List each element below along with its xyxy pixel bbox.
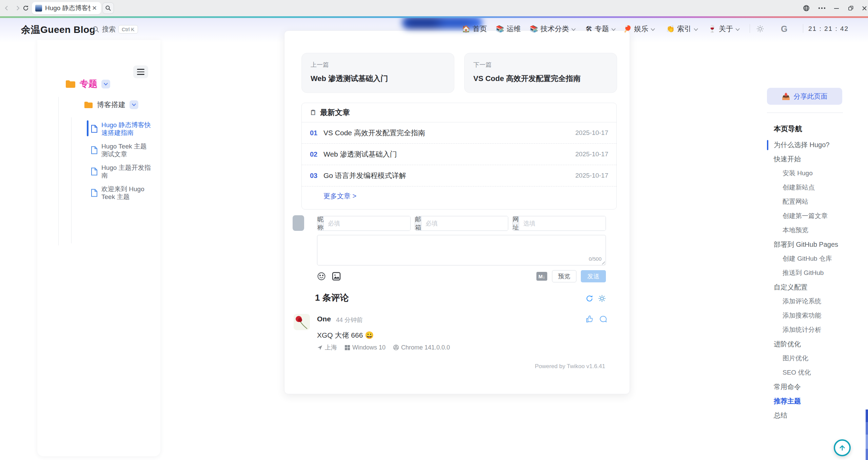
window-restore-button[interactable]: [845, 3, 856, 13]
row-title: Web 渗透测试基础入门: [323, 149, 575, 159]
nav-item-index[interactable]: 👏 索引: [666, 24, 698, 34]
emoji-picker-button[interactable]: [317, 272, 326, 281]
latest-article-row[interactable]: 01 VS Code 高效开发配置完全指南 2025-10-17: [302, 122, 616, 144]
nickname-input[interactable]: [324, 216, 411, 231]
tab-close-icon[interactable]: ✕: [92, 5, 97, 11]
like-comment-icon[interactable]: [586, 315, 594, 323]
sidebar-item-article[interactable]: 欢迎来到 Hugo Teek 主题: [91, 182, 155, 203]
toc-item[interactable]: 图片优化: [774, 351, 859, 365]
back-to-top-button[interactable]: [834, 439, 851, 456]
toc-item[interactable]: 创建新站点: [774, 180, 859, 195]
comment-tools: [586, 295, 606, 302]
toc-item[interactable]: 创建第一篇文章: [774, 209, 859, 223]
row-date: 2025-10-17: [575, 172, 608, 179]
clap-icon: 👏: [666, 25, 675, 32]
toc-item[interactable]: SEO 优化: [774, 365, 859, 380]
sidebar-item-article[interactable]: Hugo 主题开发指南: [91, 161, 155, 182]
pingpong-icon: 🏓: [623, 25, 632, 32]
sidebar-article-list: Hugo 静态博客快速搭建指南 Hugo Teek 主题测试文章 Hugo 主题…: [91, 118, 155, 203]
search-trigger[interactable]: 搜索 Ctrl K: [92, 25, 138, 34]
refresh-comments-icon[interactable]: [586, 295, 593, 302]
browser-globe-icon[interactable]: [801, 3, 812, 13]
share-page-button[interactable]: 📤 分享此页面: [767, 88, 842, 105]
send-button[interactable]: 发送: [581, 270, 606, 282]
toc-scroll-indicator: [767, 140, 768, 150]
reply-comment-icon[interactable]: [599, 315, 607, 323]
comment-textarea[interactable]: [317, 235, 606, 265]
toc-item[interactable]: 配置网站: [774, 195, 859, 209]
site-logo[interactable]: 余温Gueen Blog: [21, 23, 95, 36]
arrow-up-icon: [839, 444, 846, 452]
share-icon: 📤: [782, 92, 790, 100]
comment-text: XGQ 大佬 666 😀: [317, 331, 374, 340]
file-icon: [91, 125, 98, 133]
toc-item[interactable]: 推送到 GitHub: [774, 266, 859, 280]
page-scrollbar-thumb[interactable]: [866, 409, 868, 460]
sidebar-collapse-button[interactable]: [133, 65, 148, 78]
chevron-down-icon: [694, 28, 698, 31]
article-footer-card: 上一篇 Web 渗透测试基础入门 下一篇 VS Code 高效开发配置完全指南 …: [284, 31, 630, 394]
next-article-card[interactable]: 下一篇 VS Code 高效开发配置完全指南: [464, 53, 617, 93]
browser-reload-button[interactable]: [21, 3, 31, 13]
toc-item[interactable]: 添加搜索功能: [774, 308, 859, 323]
sidebar-root-topic[interactable]: 专题: [65, 78, 110, 90]
grinning-emoji: 😀: [365, 331, 374, 339]
toc-item[interactable]: 进阶优化: [774, 337, 859, 351]
folder-icon: [65, 80, 76, 88]
browser-menu-button[interactable]: [816, 3, 828, 13]
preview-button[interactable]: 预览: [552, 270, 576, 282]
toc-item[interactable]: 为什么选择 Hugo?: [774, 138, 859, 152]
row-date: 2025-10-17: [575, 129, 608, 137]
chevron-down-icon: [735, 28, 740, 31]
nickname-group: 昵称: [317, 216, 411, 231]
sidebar-item-label: Hugo 静态博客快速搭建指南: [101, 121, 153, 137]
comment-browser: Chrome 141.0.0.0: [393, 344, 450, 351]
toc-item[interactable]: 快速开始: [774, 152, 859, 166]
collapse-chevron-badge[interactable]: [101, 80, 110, 88]
nav-label: 索引: [677, 24, 691, 34]
email-input[interactable]: [421, 216, 508, 231]
tab-search-button[interactable]: [102, 2, 114, 14]
github-logo-icon[interactable]: G: [781, 24, 787, 34]
toc-item[interactable]: 添加评论系统: [774, 294, 859, 308]
toc-item[interactable]: 安装 Hugo: [774, 166, 859, 180]
sidebar-item-article[interactable]: Hugo 静态博客快速搭建指南: [91, 118, 155, 139]
window-close-button[interactable]: [859, 3, 868, 13]
collapse-chevron-badge[interactable]: [130, 100, 138, 109]
nav-item-entertainment[interactable]: 🏓 娱乐: [623, 24, 655, 34]
latest-article-row[interactable]: 03 Go 语言并发编程模式详解 2025-10-17: [302, 165, 616, 186]
nav-item-categories[interactable]: 📚 技术分类: [530, 24, 576, 34]
browser-tab[interactable]: Hugo 静态博客快速搭建指南 ✕: [32, 2, 101, 14]
toc-item[interactable]: 常用命令: [774, 380, 859, 394]
chevron-down-icon: [571, 28, 576, 31]
toc-item[interactable]: 总结: [774, 408, 859, 422]
nav-item-ops[interactable]: 📚 运维: [496, 24, 521, 34]
sidebar-group[interactable]: 博客搭建: [84, 100, 138, 109]
char-counter: 0/500: [589, 256, 601, 262]
latest-article-row[interactable]: 02 Web 渗透测试基础入门 2025-10-17: [302, 144, 616, 165]
toc-item-active[interactable]: 推荐主题: [774, 394, 859, 408]
toc-item[interactable]: 自定义配置: [774, 280, 859, 294]
nav-item-home[interactable]: 🏠 首页: [462, 24, 487, 34]
toc-item[interactable]: 本地预览: [774, 223, 859, 237]
comment-author-name[interactable]: One: [317, 315, 331, 323]
comment-settings-gear-icon[interactable]: [598, 295, 606, 302]
more-articles-link[interactable]: 更多文章 >: [323, 192, 356, 201]
theme-toggle-button[interactable]: [756, 24, 764, 34]
chevron-down-icon: [611, 28, 616, 31]
chevron-down-icon: [651, 28, 655, 31]
nav-item-topics[interactable]: 🛠 专题: [586, 24, 616, 34]
sidebar-item-article[interactable]: Hugo Teek 主题测试文章: [91, 139, 155, 161]
location-arrow-icon: [317, 345, 323, 351]
nav-item-about[interactable]: 🍷 关于: [708, 24, 740, 34]
nickname-label: 昵称: [317, 216, 324, 231]
prev-article-card[interactable]: 上一篇 Web 渗透测试基础入门: [301, 53, 454, 93]
window-minimize-button[interactable]: [831, 3, 842, 13]
toc-item[interactable]: 创建 GitHub 仓库: [774, 252, 859, 266]
toc-item[interactable]: 部署到 GitHub Pages: [774, 237, 859, 252]
upload-image-button[interactable]: [332, 272, 341, 281]
browser-back-button[interactable]: [2, 3, 12, 13]
toc-item[interactable]: 添加统计分析: [774, 323, 859, 337]
website-input[interactable]: [519, 216, 606, 231]
prev-title: Web 渗透测试基础入门: [311, 74, 445, 84]
